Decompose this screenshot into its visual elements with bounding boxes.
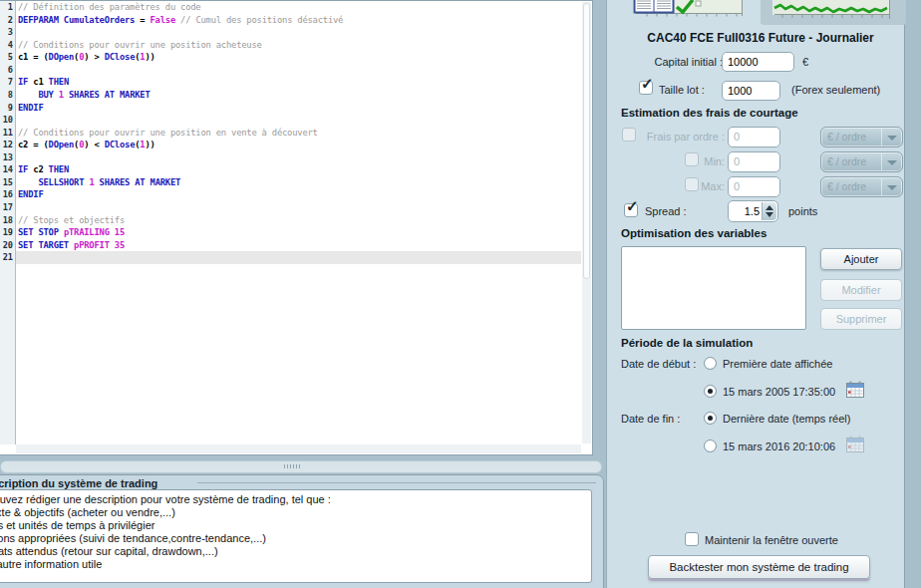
description-line: Vous pouvez rédiger une description pour… — [0, 493, 591, 506]
horizontal-splitter[interactable] — [0, 455, 606, 476]
code-comment: // Stops et objectifs — [18, 215, 125, 225]
dropdown-value: € / ordre — [827, 177, 866, 196]
lot-checkbox[interactable]: ✓ — [639, 81, 653, 95]
fees-per-order-unit-dropdown[interactable]: € / ordre — [820, 127, 903, 147]
code-keyword: DEFPARAM CumulateOrders — [18, 15, 135, 25]
line-number: 9 — [0, 102, 15, 115]
code-line: // Stops et objectifs — [16, 214, 581, 227]
code-area[interactable]: // Définition des paramètres du codeDEFP… — [16, 1, 581, 443]
line-number: 13 — [0, 151, 15, 164]
capital-input[interactable]: 10000 — [722, 52, 794, 72]
code-text — [18, 177, 38, 187]
description-line: - Contexte & objectifs (acheter ou vendr… — [0, 506, 591, 519]
code-line — [16, 26, 581, 39]
groupbox-line — [197, 482, 596, 483]
dropdown-button[interactable] — [881, 129, 901, 146]
period-header: Période de la simulation — [621, 337, 753, 349]
splitter-bar[interactable] — [0, 460, 602, 473]
code-line — [16, 114, 581, 127]
code-comment: // Conditions pour ouvrir une position a… — [18, 40, 262, 50]
variables-listbox[interactable] — [621, 246, 806, 330]
fees-min-input[interactable]: 0 — [728, 151, 780, 172]
spread-input[interactable]: 1.5 — [728, 200, 778, 222]
line-number-gutter: 123456789101112131415161718192021 — [0, 1, 16, 444]
lot-input[interactable]: 1000 — [722, 81, 780, 101]
code-keyword: DClose — [105, 140, 136, 149]
lot-label: Taille lot : — [659, 84, 705, 96]
fees-min-label: Min: — [637, 155, 725, 167]
code-text: c1 = ( — [18, 52, 49, 62]
description-line: - Valeurs et unités de temps à privilégi… — [0, 519, 591, 532]
end-custom-date-option: 15 mars 2016 20:10:06 — [723, 441, 835, 452]
code-text: ) < — [84, 140, 104, 149]
fees-max-unit-dropdown[interactable]: € / ordre — [820, 176, 903, 197]
line-number: 10 — [0, 114, 15, 127]
fees-per-order-checkbox[interactable] — [622, 128, 636, 142]
lot-hint: (Forex seulement) — [791, 84, 880, 96]
add-variable-button[interactable]: Ajouter — [820, 248, 902, 270]
code-keyword: DClose — [105, 52, 136, 62]
code-editor[interactable]: 123456789101112131415161718192021 // Déf… — [0, 0, 593, 455]
start-custom-date-radio[interactable] — [704, 385, 717, 398]
report-chart-icon — [633, 0, 756, 17]
code-comment: // Définition des paramètres du code — [18, 2, 200, 12]
line-number: 8 — [0, 89, 15, 102]
code-text — [18, 90, 38, 100]
dropdown-value: € / ordre — [827, 128, 866, 147]
code-keyword: ENDIF — [18, 189, 43, 199]
code-keyword: SET STOP — [18, 227, 59, 237]
probacktest-window: 123456789101112131415161718192021 // Déf… — [0, 0, 921, 588]
fees-min-unit-dropdown[interactable]: € / ordre — [820, 151, 903, 172]
line-number: 17 — [0, 201, 15, 214]
end-custom-date-radio[interactable] — [704, 440, 717, 452]
code-comment: // Conditions pour ouvrir une position e… — [18, 128, 318, 138]
code-text: c2 = ( — [18, 140, 49, 149]
end-calendar-icon[interactable] — [846, 436, 864, 452]
start-calendar-icon[interactable] — [846, 381, 864, 398]
backtest-run-button[interactable]: Backtester mon système de trading — [648, 555, 870, 579]
code-comment: // Cumul des positions désactivé — [180, 15, 343, 25]
code-line: // Définition des paramètres du code — [16, 1, 581, 14]
code-keyword: THEN — [49, 164, 69, 174]
line-number: 6 — [0, 64, 15, 77]
fees-max-input[interactable]: 0 — [728, 176, 780, 197]
code-text: )) — [145, 140, 154, 149]
spread-spinner[interactable] — [762, 202, 776, 220]
end-last-date-option: Dernière date (temps réel) — [723, 413, 850, 425]
check-icon: ✓ — [626, 198, 639, 214]
end-last-date-radio[interactable] — [704, 412, 717, 425]
edit-variable-button[interactable]: Modifier — [820, 279, 902, 301]
code-text: ) > — [84, 52, 104, 62]
line-number: 16 — [0, 188, 15, 201]
code-keyword: ENDIF — [18, 103, 43, 113]
editor-horizontal-scrollbar[interactable] — [16, 444, 581, 453]
spread-label: Spread : — [645, 205, 687, 217]
line-number: 5 — [0, 51, 15, 64]
editor-vertical-scrollbar[interactable] — [582, 2, 591, 443]
code-text: c1 — [28, 77, 48, 87]
spread-unit: points — [788, 205, 817, 217]
fees-per-order-input[interactable]: 0 — [728, 127, 780, 147]
backtest-settings-panel: CAC40 FCE Full0316 Future - Journalier C… — [606, 0, 904, 588]
remove-variable-button[interactable]: Supprimer — [820, 308, 902, 330]
chevron-down-icon — [887, 185, 897, 190]
keep-window-open-checkbox[interactable] — [685, 532, 699, 546]
tab-equity-curve-view[interactable] — [761, 0, 906, 25]
code-line — [16, 251, 581, 264]
dropdown-button[interactable] — [881, 153, 901, 170]
dropdown-button[interactable] — [881, 178, 901, 195]
spread-value: 1.5 — [745, 205, 760, 217]
code-keyword: DOpen — [49, 52, 74, 62]
description-textarea[interactable]: Vous pouvez rédiger une description pour… — [0, 489, 592, 583]
splitter-grip-icon — [284, 464, 301, 468]
spread-checkbox[interactable]: ✓ — [624, 203, 638, 217]
optimization-header: Optimisation des variables — [621, 227, 767, 239]
arrow-down-icon — [766, 212, 773, 217]
radio-dot-icon — [708, 389, 713, 394]
scrollbar-thumb[interactable] — [583, 3, 590, 279]
start-first-date-radio[interactable] — [704, 357, 717, 370]
tab-report-view[interactable] — [633, 0, 756, 17]
code-line: SELLSHORT 1 SHARES AT MARKET — [16, 176, 581, 189]
equity-curve-icon — [772, 0, 896, 21]
line-number: 1 — [0, 1, 15, 14]
